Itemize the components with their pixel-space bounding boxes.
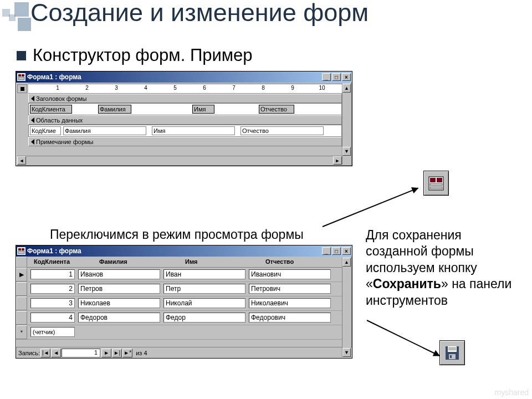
form-view-toolbar-button[interactable] (423, 171, 449, 196)
svg-rect-11 (430, 183, 442, 186)
row-selector[interactable] (16, 296, 27, 310)
cell-imya[interactable]: Федор (163, 313, 245, 323)
record-navigator: Запись: |◄ ◄ 1 ► ►| ►* из 4 (16, 347, 352, 358)
watermark: myshared (495, 388, 529, 397)
row-selector[interactable]: ▶ (16, 268, 27, 282)
close-button[interactable]: × (342, 73, 351, 81)
nav-label: Запись: (18, 350, 40, 356)
form-design-window: Форма1 : форма _ □ × 1 2 3 4 5 6 7 8 9 1… (16, 71, 352, 166)
caption-switch-mode: Переключимся в режим просмотра формы (50, 227, 304, 242)
minimize-button[interactable]: _ (322, 73, 331, 81)
scroll-left-button[interactable]: ◄ (17, 156, 26, 165)
cell-imya[interactable]: Иван (163, 269, 245, 279)
scroll-up-button[interactable]: ▲ (342, 84, 351, 93)
scroll-up-button[interactable]: ▲ (342, 258, 351, 267)
nav-next-button[interactable]: ► (101, 349, 111, 357)
section-footer-bar[interactable]: Примечание формы (28, 137, 342, 146)
column-headers: КодКлиента Фамилия Имя Отчество (16, 257, 342, 268)
svg-rect-1 (18, 74, 21, 76)
maximize-button[interactable]: □ (332, 73, 341, 81)
field-familia[interactable]: Фамилия (63, 126, 146, 135)
svg-rect-9 (430, 178, 436, 182)
svg-rect-16 (448, 349, 456, 349)
label-otchestvo[interactable]: Отчество (259, 105, 294, 114)
cell-familia[interactable]: Иванов (78, 269, 160, 279)
section-detail-bar[interactable]: Область данных (28, 115, 342, 125)
cell-otchestvo[interactable]: Иванович (249, 269, 331, 279)
svg-rect-17 (448, 350, 456, 350)
arrow-to-save-icon (367, 320, 440, 356)
titlebar[interactable]: Форма1 : форма _ □ × (16, 71, 352, 83)
horizontal-scrollbar[interactable]: ◄ ► (17, 156, 342, 165)
cell-familia[interactable]: Петров (78, 284, 160, 294)
header-design-row[interactable]: КодКлиента Фамилия Имя Отчество (28, 103, 342, 115)
col-kodklienta: КодКлиента (34, 258, 70, 265)
svg-rect-15 (448, 347, 456, 348)
label-kodklienta[interactable]: КодКлиента (30, 105, 72, 114)
horizontal-ruler[interactable]: 1 2 3 4 5 6 7 8 9 10 (28, 84, 342, 94)
row-selector[interactable] (16, 311, 27, 325)
svg-rect-7 (18, 251, 24, 254)
field-otchestvo[interactable]: Отчество (241, 126, 324, 135)
window-title: Форма1 : форма (27, 73, 81, 81)
titlebar[interactable]: Форма1 : форма _ □ × (16, 245, 352, 257)
field-imya[interactable]: Имя (152, 126, 235, 135)
cell-id[interactable]: 3 (30, 298, 75, 308)
row-selector[interactable] (16, 282, 27, 296)
vertical-scrollbar[interactable]: ▲ ▼ (342, 84, 351, 165)
cell-imya[interactable]: Петр (163, 284, 245, 294)
row-selector-header[interactable] (16, 257, 27, 268)
save-icon (444, 345, 461, 361)
scroll-right-button[interactable]: ► (333, 156, 342, 165)
cell-familia[interactable]: Федоров (78, 313, 160, 323)
table-row[interactable]: ▶ 1 Иванов Иван Иванович (16, 268, 342, 282)
nav-current-field[interactable]: 1 (62, 349, 100, 357)
nav-new-button[interactable]: ►* (122, 349, 132, 357)
cell-otchestvo[interactable]: Николаевич (249, 298, 331, 308)
table-row-new[interactable]: * (четчик) (16, 325, 342, 340)
close-button[interactable]: × (342, 247, 351, 255)
arrow-to-formview-icon (323, 187, 418, 227)
cell-new-id[interactable]: (четчик) (30, 327, 75, 337)
cell-id[interactable]: 2 (30, 284, 75, 294)
slide-title: Создание и изменение форм (30, 0, 369, 27)
table-row[interactable]: 3 Николаев Николай Николаевич (16, 296, 342, 311)
vertical-ruler (17, 94, 27, 156)
field-kodklienta[interactable]: КодКлие (30, 126, 61, 135)
maximize-button[interactable]: □ (332, 247, 341, 255)
nav-prev-button[interactable]: ◄ (51, 349, 61, 357)
svg-rect-2 (22, 74, 24, 76)
window-title: Форма1 : форма (27, 247, 81, 255)
svg-rect-3 (18, 77, 24, 80)
label-familia[interactable]: Фамилия (98, 105, 131, 114)
svg-rect-5 (18, 248, 21, 250)
section-header-bar[interactable]: Заголовок формы (28, 94, 342, 103)
label-imya[interactable]: Имя (192, 105, 214, 114)
minimize-button[interactable]: _ (322, 247, 331, 255)
cell-id[interactable]: 1 (30, 269, 75, 279)
save-toolbar-button[interactable] (439, 340, 465, 365)
col-familia: Фамилия (99, 258, 127, 265)
form-view-icon (428, 176, 444, 191)
nav-first-button[interactable]: |◄ (40, 349, 50, 357)
cell-id[interactable]: 4 (30, 313, 75, 323)
detail-design-row[interactable]: КодКлие Фамилия Имя Отчество (28, 125, 342, 137)
form-icon (17, 73, 25, 81)
scroll-down-button[interactable]: ▼ (342, 147, 351, 156)
nav-last-button[interactable]: ►| (112, 349, 122, 357)
section-arrow-icon (31, 139, 34, 145)
cell-otchestvo[interactable]: Федорович (249, 313, 331, 323)
cell-familia[interactable]: Николаев (78, 298, 160, 308)
table-row[interactable]: 2 Петров Петр Петрович (16, 282, 342, 296)
svg-rect-12 (430, 187, 442, 189)
section-arrow-icon (31, 117, 34, 123)
form-view-window: Форма1 : форма _ □ × КодКлиента Фамилия … (16, 245, 352, 359)
row-selector-new[interactable]: * (16, 325, 27, 339)
cell-otchestvo[interactable]: Петрович (249, 284, 331, 294)
cell-imya[interactable]: Николай (163, 298, 245, 308)
scroll-down-button[interactable]: ▼ (342, 348, 351, 357)
section-arrow-icon (31, 96, 34, 101)
ruler-selector[interactable] (17, 84, 27, 93)
vertical-scrollbar[interactable]: ▲ ▼ (342, 258, 351, 357)
table-row[interactable]: 4 Федоров Федор Федорович (16, 311, 342, 325)
